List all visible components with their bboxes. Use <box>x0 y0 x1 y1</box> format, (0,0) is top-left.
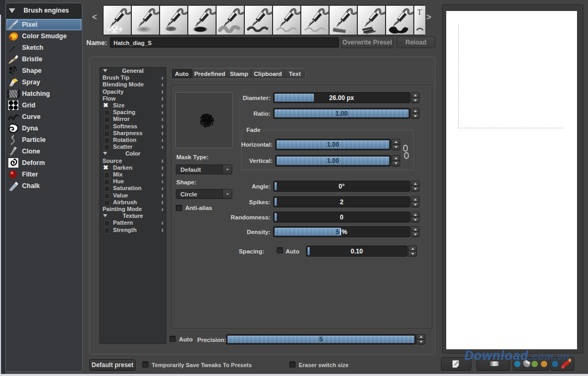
svg-text:T: T <box>417 8 422 16</box>
